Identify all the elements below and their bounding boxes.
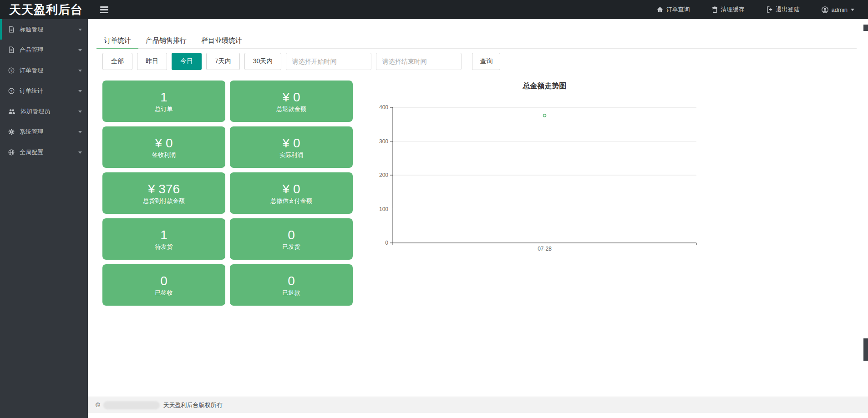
navbar-menu: 订单查询 清理缓存 退出登陆	[657, 5, 868, 14]
stat-value: 1	[160, 229, 168, 242]
censored-domain	[103, 401, 160, 409]
stat-value: ¥ 0	[283, 91, 300, 104]
scrollbar-arrow[interactable]	[863, 25, 868, 31]
sidebar-item-order-manage[interactable]: ? 订单管理	[0, 60, 88, 81]
question-circle-icon: ?	[8, 88, 15, 94]
chevron-down-icon	[78, 49, 82, 53]
svg-text:?: ?	[10, 89, 13, 93]
stat-value: ¥ 0	[155, 137, 173, 150]
svg-text:07-28: 07-28	[538, 246, 552, 252]
sidebar: 标题管理 产品管理 ? 订单管理 ? 订单统计	[0, 19, 88, 418]
page: 天天盈利后台 订单查询 清理缓存	[0, 0, 868, 418]
filter-today-button[interactable]: 今日	[172, 53, 202, 70]
chevron-down-icon	[78, 131, 82, 135]
filter-row: 全部 昨日 今日 7天内 30天内 查询	[102, 53, 500, 70]
sidebar-item-label: 订单管理	[20, 66, 43, 75]
filter-30days-button[interactable]: 30天内	[244, 53, 282, 70]
nav-admin-menu[interactable]: admin	[822, 6, 854, 13]
sidebar-item-label: 添加管理员	[20, 107, 50, 116]
sidebar-item-title-manage[interactable]: 标题管理	[0, 19, 88, 40]
sidebar-item-label: 产品管理	[20, 46, 43, 54]
filter-7days-button[interactable]: 7天内	[206, 53, 240, 70]
stat-label: 签收利润	[152, 152, 176, 158]
copyright-symbol: ©	[96, 402, 100, 408]
sidebar-item-order-stats[interactable]: ? 订单统计	[0, 81, 88, 101]
stat-value: 1	[160, 91, 168, 104]
chevron-down-icon	[78, 90, 82, 94]
stat-value: ¥ 376	[148, 183, 180, 196]
svg-text:总金额走势图: 总金额走势图	[523, 82, 567, 90]
svg-text:?: ?	[10, 69, 13, 73]
stat-label: 已签收	[155, 290, 173, 296]
svg-text:300: 300	[379, 138, 388, 145]
end-date-input[interactable]	[376, 53, 462, 70]
hamburger-menu-icon[interactable]	[98, 5, 110, 15]
stat-value: ¥ 0	[283, 137, 300, 150]
users-icon	[8, 108, 15, 115]
tab-order-stats[interactable]: 订单统计	[96, 33, 138, 48]
stat-card-signed-profit: ¥ 0 签收利润	[102, 126, 225, 168]
stat-label: 待发货	[155, 244, 173, 250]
question-circle-icon: ?	[8, 67, 15, 74]
sidebar-item-global-config[interactable]: 全局配置	[0, 142, 88, 162]
stat-label: 总订单	[155, 106, 173, 112]
scrollbar-thumb[interactable]	[863, 338, 868, 361]
sidebar-item-add-admin[interactable]: 添加管理员	[0, 101, 88, 121]
logout-icon	[766, 6, 773, 13]
stat-card-signed: 0 已签收	[102, 264, 225, 306]
nav-clear-cache[interactable]: 清理缓存	[712, 5, 745, 14]
footer-text: 天天盈利后台版权所有	[163, 401, 223, 409]
sidebar-item-product-manage[interactable]: 产品管理	[0, 40, 88, 60]
svg-text:400: 400	[379, 104, 388, 111]
globe-icon	[8, 149, 15, 156]
top-navbar: 天天盈利后台 订单查询 清理缓存	[0, 0, 868, 19]
sidebar-item-label: 订单统计	[20, 87, 43, 95]
stat-card-to-ship: 1 待发货	[102, 218, 225, 260]
nav-item-label: 订单查询	[666, 5, 690, 14]
brand-title: 天天盈利后台	[0, 2, 83, 18]
file-icon	[8, 26, 15, 33]
stat-label: 总退款金额	[277, 106, 306, 112]
footer: © 天天盈利后台版权所有	[88, 397, 868, 413]
sidebar-item-label: 系统管理	[20, 128, 43, 136]
stat-value: 0	[160, 275, 168, 287]
svg-text:0: 0	[385, 240, 388, 246]
chevron-down-icon	[78, 151, 82, 156]
nav-item-label: 退出登陆	[776, 5, 800, 14]
sidebar-item-label: 全局配置	[20, 148, 43, 156]
file-icon	[8, 46, 15, 53]
stat-label: 总微信支付金额	[271, 198, 312, 204]
chevron-down-icon	[78, 70, 82, 74]
stat-card-cod-amount: ¥ 376 总货到付款金额	[102, 172, 225, 214]
stat-label: 已退款	[283, 290, 300, 296]
chevron-down-icon	[851, 9, 854, 13]
stat-value: 0	[288, 229, 295, 242]
tab-column-performance[interactable]: 栏目业绩统计	[194, 33, 249, 48]
gear-icon	[8, 129, 15, 135]
stat-label: 已发货	[283, 244, 300, 250]
trash-icon	[712, 6, 718, 13]
tab-label: 订单统计	[104, 36, 131, 44]
home-icon	[657, 6, 663, 13]
stat-card-refunded: 0 已退款	[230, 264, 353, 306]
trend-chart: 010020030040007-28总金额走势图	[310, 77, 719, 259]
stat-value: 0	[288, 275, 295, 287]
filter-yesterday-button[interactable]: 昨日	[137, 53, 167, 70]
stat-value: ¥ 0	[283, 183, 300, 196]
nav-user-label: admin	[832, 6, 848, 13]
start-date-input[interactable]	[286, 53, 371, 70]
svg-text:200: 200	[379, 172, 388, 178]
user-icon	[822, 6, 828, 13]
tab-product-sales-rank[interactable]: 产品销售排行	[138, 33, 194, 48]
stat-label: 总货到付款金额	[143, 198, 185, 204]
stat-card-total-orders: 1 总订单	[102, 81, 225, 122]
query-button[interactable]: 查询	[472, 53, 500, 70]
tab-bar: 订单统计 产品销售排行 栏目业绩统计	[96, 33, 857, 49]
nav-logout[interactable]: 退出登陆	[766, 5, 800, 14]
sidebar-item-system-manage[interactable]: 系统管理	[0, 121, 88, 142]
filter-all-button[interactable]: 全部	[102, 53, 132, 70]
svg-text:100: 100	[379, 206, 388, 212]
chevron-down-icon	[78, 29, 82, 33]
sidebar-item-label: 标题管理	[20, 25, 43, 34]
nav-order-query[interactable]: 订单查询	[657, 5, 690, 14]
